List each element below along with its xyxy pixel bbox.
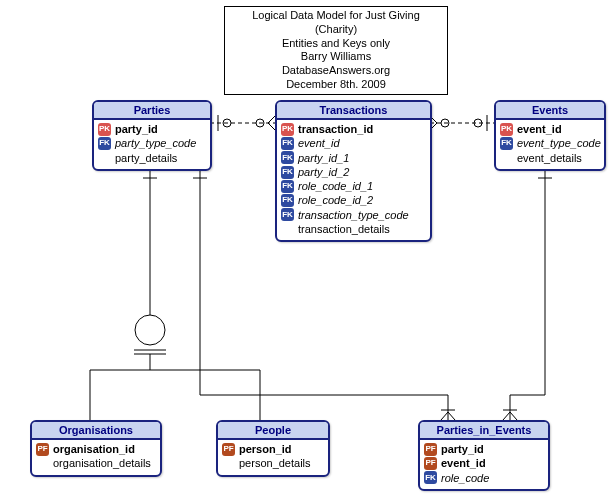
entity-parties-in-events-header: Parties_in_Events bbox=[420, 422, 548, 440]
entity-people-body: PFperson_idperson_details bbox=[218, 440, 328, 475]
fk-key-icon: FK bbox=[281, 194, 294, 207]
pf-key-icon: PF bbox=[424, 443, 437, 456]
svg-line-4 bbox=[268, 116, 275, 123]
title-line-2: Entities and Keys only bbox=[231, 37, 441, 51]
svg-point-8 bbox=[474, 119, 482, 127]
svg-point-9 bbox=[441, 119, 449, 127]
pk-key-icon: PK bbox=[98, 123, 111, 136]
attribute-row: event_details bbox=[500, 151, 600, 165]
entity-events: Events PKevent_idFKevent_type_codeevent_… bbox=[494, 100, 606, 171]
entity-organisations: Organisations PForganisation_idorganisat… bbox=[30, 420, 162, 477]
attribute-label: party_details bbox=[115, 151, 177, 165]
attribute-row: PKevent_id bbox=[500, 122, 600, 136]
entity-people-header: People bbox=[218, 422, 328, 440]
attribute-row: transaction_details bbox=[281, 222, 426, 236]
attribute-label: party_id_2 bbox=[298, 165, 349, 179]
attribute-label: person_id bbox=[239, 442, 292, 456]
attribute-label: role_code_id_2 bbox=[298, 193, 373, 207]
attribute-row: FKevent_type_code bbox=[500, 136, 600, 150]
entity-transactions-header: Transactions bbox=[277, 102, 430, 120]
attribute-label: party_id bbox=[115, 122, 158, 136]
title-line-3: Barry Williams bbox=[231, 50, 441, 64]
attribute-row: FKrole_code_id_1 bbox=[281, 179, 426, 193]
entity-events-body: PKevent_idFKevent_type_codeevent_details bbox=[496, 120, 604, 169]
attribute-row: FKrole_code_id_2 bbox=[281, 193, 426, 207]
entity-organisations-header: Organisations bbox=[32, 422, 160, 440]
attribute-label: event_details bbox=[517, 151, 582, 165]
pf-key-icon: PF bbox=[222, 443, 235, 456]
entity-transactions-body: PKtransaction_idFKevent_idFKparty_id_1FK… bbox=[277, 120, 430, 240]
entity-events-header: Events bbox=[496, 102, 604, 120]
pf-key-icon: PF bbox=[36, 443, 49, 456]
svg-point-2 bbox=[223, 119, 231, 127]
svg-line-33 bbox=[510, 412, 517, 420]
attribute-row: PForganisation_id bbox=[36, 442, 156, 456]
svg-line-32 bbox=[503, 412, 510, 420]
attribute-row: person_details bbox=[222, 456, 324, 470]
attribute-label: role_code_id_1 bbox=[298, 179, 373, 193]
attribute-label: party_type_code bbox=[115, 136, 196, 150]
attribute-label: event_id bbox=[517, 122, 562, 136]
fk-key-icon: FK bbox=[500, 137, 513, 150]
entity-parties-header: Parties bbox=[94, 102, 210, 120]
attribute-label: party_id bbox=[441, 442, 484, 456]
attribute-label: transaction_id bbox=[298, 122, 373, 136]
svg-line-26 bbox=[448, 412, 455, 420]
attribute-row: PFperson_id bbox=[222, 442, 324, 456]
attribute-row: PFevent_id bbox=[424, 456, 544, 470]
attribute-label: party_id_1 bbox=[298, 151, 349, 165]
attribute-row: organisation_details bbox=[36, 456, 156, 470]
svg-point-3 bbox=[256, 119, 264, 127]
attribute-row: PFparty_id bbox=[424, 442, 544, 456]
attribute-label: organisation_id bbox=[53, 442, 135, 456]
pk-key-icon: PK bbox=[281, 123, 294, 136]
fk-key-icon: FK bbox=[281, 166, 294, 179]
title-line-4: DatabaseAnswers.org bbox=[231, 64, 441, 78]
fk-key-icon: FK bbox=[424, 471, 437, 484]
attribute-label: transaction_details bbox=[298, 222, 390, 236]
entity-parties-body: PKparty_idFKparty_type_codeparty_details bbox=[94, 120, 210, 169]
entity-parties-in-events: Parties_in_Events PFparty_idPFevent_idFK… bbox=[418, 420, 550, 491]
attribute-label: organisation_details bbox=[53, 456, 151, 470]
attribute-row: FKparty_id_1 bbox=[281, 151, 426, 165]
attribute-row: FKparty_type_code bbox=[98, 136, 206, 150]
attribute-row: FKparty_id_2 bbox=[281, 165, 426, 179]
pf-key-icon: PF bbox=[424, 457, 437, 470]
attribute-row: FKtransaction_type_code bbox=[281, 208, 426, 222]
entity-parties: Parties PKparty_idFKparty_type_codeparty… bbox=[92, 100, 212, 171]
fk-key-icon: FK bbox=[281, 180, 294, 193]
entity-organisations-body: PForganisation_idorganisation_details bbox=[32, 440, 160, 475]
attribute-row: PKtransaction_id bbox=[281, 122, 426, 136]
fk-key-icon: FK bbox=[281, 151, 294, 164]
pk-key-icon: PK bbox=[500, 123, 513, 136]
attribute-label: event_id bbox=[441, 456, 486, 470]
entity-parties-in-events-body: PFparty_idPFevent_idFKrole_code bbox=[420, 440, 548, 489]
attribute-label: event_id bbox=[298, 136, 340, 150]
fk-key-icon: FK bbox=[281, 208, 294, 221]
attribute-label: role_code bbox=[441, 471, 489, 485]
attribute-row: party_details bbox=[98, 151, 206, 165]
title-line-1: Logical Data Model for Just Giving (Char… bbox=[231, 9, 441, 37]
entity-people: People PFperson_idperson_details bbox=[216, 420, 330, 477]
title-line-5: December 8th. 2009 bbox=[231, 78, 441, 92]
svg-line-25 bbox=[441, 412, 448, 420]
attribute-row: FKevent_id bbox=[281, 136, 426, 150]
attribute-row: PKparty_id bbox=[98, 122, 206, 136]
fk-key-icon: FK bbox=[98, 137, 111, 150]
diagram-title-box: Logical Data Model for Just Giving (Char… bbox=[224, 6, 448, 95]
attribute-label: transaction_type_code bbox=[298, 208, 409, 222]
attribute-row: FKrole_code bbox=[424, 471, 544, 485]
fk-key-icon: FK bbox=[281, 137, 294, 150]
attribute-label: person_details bbox=[239, 456, 311, 470]
svg-line-5 bbox=[268, 123, 275, 130]
entity-transactions: Transactions PKtransaction_idFKevent_idF… bbox=[275, 100, 432, 242]
svg-point-13 bbox=[135, 315, 165, 345]
attribute-label: event_type_code bbox=[517, 136, 601, 150]
